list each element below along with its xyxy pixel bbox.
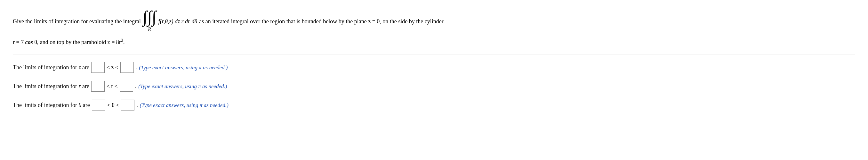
r-period: .	[135, 82, 137, 91]
question-container: Give the limits of integration for evalu…	[13, 10, 855, 52]
theta-upper-input[interactable]	[121, 99, 134, 111]
r-prefix: The limits of integration for r are	[13, 82, 89, 91]
cos-bold: cos	[25, 39, 33, 45]
question-line2: r = 7 cos θ, and on top by the paraboloi…	[13, 37, 855, 52]
main-question: Give the limits of integration for evalu…	[13, 10, 855, 36]
r-hint: (Type exact answers, using π as needed.)	[138, 82, 227, 91]
question-post: as an iterated integral over the region …	[199, 17, 443, 26]
main-divider	[13, 54, 855, 55]
answers-container: The limits of integration for z are ≤ z …	[13, 57, 855, 114]
z-period: .	[136, 63, 137, 72]
theta-row: The limits of integration for θ are ≤ θ …	[13, 95, 855, 114]
theta-prefix: The limits of integration for θ are	[13, 101, 90, 110]
z-prefix: The limits of integration for z are	[13, 63, 89, 72]
integrand: f(r,θ,z) dz r dr dθ	[158, 17, 197, 26]
z-lower-input[interactable]	[91, 62, 105, 73]
z-upper-input[interactable]	[120, 62, 134, 73]
z-leq1: ≤ z ≤	[106, 63, 118, 72]
theta-period: .	[136, 101, 138, 110]
line2-rest: θ, and on top by the paraboloid z = 8r2.	[34, 39, 124, 45]
triple-integral-symbol: ∫∫∫ R	[143, 10, 156, 33]
r-upper-input[interactable]	[120, 81, 133, 92]
theta-hint: (Type exact answers, using π as needed.)	[140, 101, 228, 110]
z-hint: (Type exact answers, using π as needed.)	[139, 63, 227, 72]
r-lower-input[interactable]	[91, 81, 105, 92]
theta-leq1: ≤ θ ≤	[107, 101, 119, 110]
theta-lower-input[interactable]	[92, 99, 105, 111]
r-row: The limits of integration for r are ≤ r …	[13, 76, 855, 95]
z-row: The limits of integration for z are ≤ z …	[13, 57, 855, 76]
r-leq1: ≤ r ≤	[106, 82, 118, 91]
question-intro: Give the limits of integration for evalu…	[13, 17, 141, 26]
line2-intro: r = 7	[13, 39, 24, 45]
